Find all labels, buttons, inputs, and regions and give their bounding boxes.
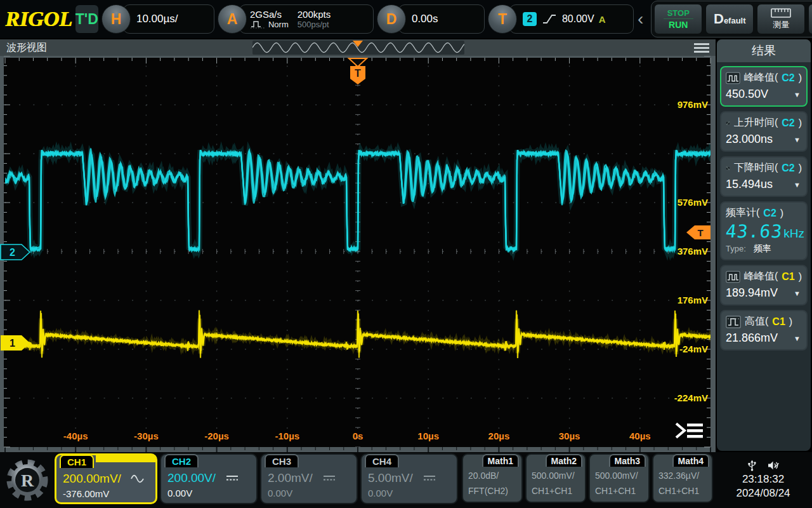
peak-peak-icon xyxy=(726,72,740,84)
delay-panel[interactable]: 0.00s xyxy=(398,4,485,34)
channel-card-ch4[interactable]: CH45.00mV/0.00V xyxy=(360,453,458,504)
menu-icon[interactable] xyxy=(694,43,709,53)
math-card-math4[interactable]: Math4332.36µV/CH1+CH1 xyxy=(652,453,713,503)
math-tab-math2[interactable]: Math2 xyxy=(546,454,582,467)
measurement-source: C2 xyxy=(782,117,794,129)
channel-scale: 200.00V/ xyxy=(167,471,216,485)
run-label: RUN xyxy=(669,20,688,30)
channel-card-ch2[interactable]: CH2200.00V/0.00V xyxy=(160,453,258,504)
channel-tab-ch2[interactable]: CH2 xyxy=(164,454,199,467)
freq-counter-type-row: Type:频率 xyxy=(726,243,802,255)
nav-left-icon[interactable]: ‹ xyxy=(637,10,644,28)
dropdown-caret-icon: ▼ xyxy=(794,136,801,144)
speaker-muted-icon xyxy=(767,460,780,471)
rise-time-icon xyxy=(726,117,730,130)
sample-rate: 2GSa/s xyxy=(250,10,289,19)
measurement-title: 峰峰值(C2) xyxy=(726,71,802,84)
oscilloscope-screen: RIGOL T'D H 10.00µs/ A 2GSa/s 200kpts No… xyxy=(0,0,812,508)
stop-run-button[interactable]: STOP RUN xyxy=(654,4,702,34)
x-axis-label: 10µs xyxy=(417,431,439,441)
measurement-title: 峰峰值(C1) xyxy=(726,270,802,283)
measurement-card[interactable]: 峰峰值(C2)450.50V▼ xyxy=(720,66,808,107)
channel-scale-row: 2.00mV/ xyxy=(268,471,351,485)
default-button[interactable]: Default xyxy=(705,4,754,34)
trigger-source-badge: 2 xyxy=(523,12,537,26)
channel-offset-row: 0.00V xyxy=(268,488,292,498)
channel-offset: 0.00V xyxy=(167,488,192,498)
horizontal-knob[interactable]: H xyxy=(102,4,131,34)
x-axis-label: -30µs xyxy=(134,431,159,441)
trigger-panel[interactable]: 2 80.00V A xyxy=(509,4,634,34)
acquire-mode: Norm xyxy=(268,20,289,29)
channel-card-ch1[interactable]: CH1200.00mV/-376.00mV xyxy=(55,453,157,504)
clock-date: 2024/08/24 xyxy=(736,487,790,500)
measurement-title: 频率计(C2) xyxy=(726,206,802,220)
rigol-gear-logo[interactable]: R xyxy=(4,455,51,508)
waveform-view-header: 波形视图 xyxy=(0,39,716,56)
channel-tab-ch4[interactable]: CH4 xyxy=(365,454,399,467)
acquisition-group: A 2GSa/s 200kpts Norm 500ps/pt xyxy=(218,3,374,35)
measurement-card[interactable]: 高值(C1)21.866mV▼ xyxy=(720,310,808,351)
measure-button[interactable]: 测量 xyxy=(757,4,805,34)
math-tab-math1[interactable]: Math1 xyxy=(482,454,519,467)
math-tab-math3[interactable]: Math3 xyxy=(609,454,646,467)
x-axis-label: 40µs xyxy=(629,431,651,441)
x-axis-label: -10µs xyxy=(275,431,299,441)
acquire-knob[interactable]: A xyxy=(218,4,247,34)
measurement-source: C2 xyxy=(782,72,794,84)
channel-offset: -376.00mV xyxy=(63,488,109,499)
channel-scale: 5.00mV/ xyxy=(368,471,413,485)
x-axis-label: 20µs xyxy=(488,431,510,441)
freq-counter-unit: kHz xyxy=(783,227,804,241)
freq-counter-type: 频率 xyxy=(754,243,771,255)
freq-counter-card[interactable]: 频率计(C2)43.63kHzType:频率 xyxy=(720,201,808,260)
trigger-status-button[interactable]: T'D xyxy=(75,5,98,33)
ac-coupling-icon xyxy=(130,474,145,483)
channel-tab-ch1[interactable]: CH1 xyxy=(60,455,94,468)
quick-knob-button[interactable]: 灵动旋钮 xyxy=(808,4,812,34)
channel-selected-strip xyxy=(96,455,155,462)
rigol-logo: RIGOL xyxy=(5,7,72,31)
math-scale: 500.00mV/ xyxy=(595,471,638,481)
measurement-card[interactable]: 下降时间(C2)15.494us▼ xyxy=(720,156,808,197)
math-scale: 332.36µV/ xyxy=(658,471,699,481)
svg-text:2: 2 xyxy=(10,247,15,258)
channel-scale: 200.00mV/ xyxy=(63,472,121,486)
measurement-card[interactable]: 上升时间(C2)23.000ns▼ xyxy=(720,111,808,152)
horizontal-scale-panel[interactable]: 10.00µs/ xyxy=(123,4,214,34)
acquisition-panel[interactable]: 2GSa/s 200kpts Norm 500ps/pt xyxy=(239,4,374,34)
math-expression: CH1+CH1 xyxy=(658,486,699,496)
measurement-source: C2 xyxy=(782,163,794,174)
measurement-value-row: 189.94mV▼ xyxy=(726,286,802,300)
channel-bar: R CH1200.00mV/-376.00mVCH2200.00V/0.00VC… xyxy=(0,452,812,508)
trigger-knob[interactable]: T xyxy=(488,4,517,34)
channel-scale-row: 200.00V/ xyxy=(167,471,251,485)
waveform-preview-strip[interactable] xyxy=(252,41,464,55)
math-card-math3[interactable]: Math3500.00mV/CH1+CH1 xyxy=(589,453,650,503)
measurement-card[interactable]: 峰峰值(C1)189.94mV▼ xyxy=(720,265,808,305)
math-tab-math4[interactable]: Math4 xyxy=(672,454,709,467)
pulse-icon xyxy=(250,20,265,29)
delay-knob[interactable]: D xyxy=(377,4,406,34)
y-axis-label: -224mV xyxy=(674,392,708,403)
channel-scale-row: 5.00mV/ xyxy=(368,471,452,485)
channel-tab-ch3[interactable]: CH3 xyxy=(265,454,299,467)
horizontal-offset: 0.00s xyxy=(412,13,438,25)
channel-offset-row: -376.00mV xyxy=(63,488,109,499)
measurement-value: 23.000ns xyxy=(726,133,773,146)
view-title: 波形视图 xyxy=(6,41,47,55)
x-axis-label: 0s xyxy=(353,431,363,441)
math-card-math2[interactable]: Math2500.00mV/CH1+CH1 xyxy=(525,453,586,503)
svg-text:1: 1 xyxy=(10,338,15,349)
trigger-level: 80.00V xyxy=(562,13,594,25)
high-value-icon xyxy=(726,316,741,328)
waveform-plot[interactable]: -40µs-30µs-20µs-10µs0s10µs20µs30µs40µs97… xyxy=(0,56,716,452)
channel-card-ch3[interactable]: CH32.00mV/0.00V xyxy=(260,453,358,504)
measurement-value: 450.50V xyxy=(726,88,768,101)
math-card-math1[interactable]: Math120.0dB/FFT(CH2) xyxy=(462,453,523,503)
freq-counter-value: 43.63 xyxy=(724,221,783,242)
measurement-value-row: 450.50V▼ xyxy=(726,88,802,101)
svg-text:T: T xyxy=(697,227,703,238)
status-block: 23:18:32 2024/08/24 xyxy=(716,453,811,505)
measurement-value-row: 15.494us▼ xyxy=(726,178,802,191)
